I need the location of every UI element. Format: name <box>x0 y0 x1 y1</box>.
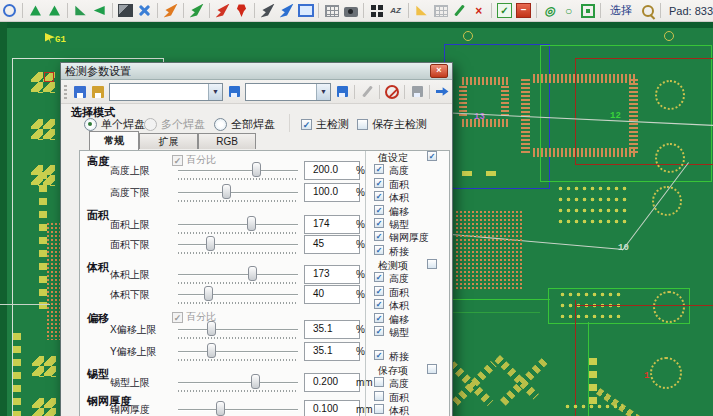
slider-track[interactable] <box>178 224 298 226</box>
slider-track[interactable] <box>178 244 298 246</box>
check-item-体积[interactable]: ✓体积 <box>366 191 451 204</box>
cone-icon[interactable] <box>91 2 108 19</box>
check-item-高度[interactable]: 高度 <box>366 377 451 390</box>
apply-icon[interactable]: ✓ <box>496 2 513 19</box>
slider-thumb[interactable] <box>252 162 261 177</box>
value-input[interactable]: 173 <box>304 265 360 284</box>
slider-track[interactable] <box>178 329 298 331</box>
slider-thumb[interactable] <box>247 216 256 231</box>
section-checkbox[interactable] <box>427 364 437 374</box>
value-input[interactable]: 45 <box>304 235 360 254</box>
check-item-钢网厚度[interactable]: ✓钢网厚度 <box>366 231 451 244</box>
value-input[interactable]: 100.0 <box>304 183 360 202</box>
cancel-icon[interactable] <box>383 84 401 100</box>
magnifier-icon[interactable] <box>639 2 656 19</box>
check-item-体积[interactable]: ✓体积 <box>366 299 451 312</box>
value-input[interactable]: 200.0 <box>304 161 360 180</box>
slider-thumb[interactable] <box>204 286 213 301</box>
select-mode-label[interactable]: 选择 <box>610 3 632 18</box>
tab-常规[interactable]: 常规 <box>89 131 139 150</box>
check-item-体积[interactable]: 体积 <box>366 404 451 416</box>
value-input[interactable]: 0.100 <box>304 400 360 416</box>
apply-template-icon[interactable] <box>333 84 351 100</box>
close-icon[interactable]: × <box>430 64 448 78</box>
template-combobox-1[interactable]: ▼ <box>109 83 223 101</box>
check-item-偏移[interactable]: ✓偏移 <box>366 205 451 218</box>
sort-az-icon[interactable]: AZ <box>387 2 404 19</box>
tools-icon[interactable] <box>136 2 153 19</box>
exit-icon[interactable] <box>433 84 451 100</box>
set-square-yellow-icon[interactable] <box>413 2 430 19</box>
slider-thumb[interactable] <box>216 401 225 416</box>
section-checkbox[interactable]: ✓ <box>427 151 437 161</box>
value-input[interactable]: 174 <box>304 215 360 234</box>
slider-thumb[interactable] <box>207 321 216 336</box>
pin-blue-icon[interactable] <box>278 2 295 19</box>
delete-icon[interactable]: × <box>470 2 487 19</box>
slider-thumb[interactable] <box>207 343 216 358</box>
slider-track[interactable] <box>178 170 298 172</box>
region-select-icon[interactable] <box>297 2 314 19</box>
prism-b-icon[interactable] <box>46 2 63 19</box>
check-保存主检测[interactable]: 保存主检测 <box>357 117 427 132</box>
radio-全部焊盘[interactable]: 全部焊盘 <box>214 117 275 132</box>
edit-chart-icon[interactable] <box>451 2 468 19</box>
value-input[interactable]: 35.1 <box>304 342 360 361</box>
check-item-面积[interactable]: ✓面积 <box>366 178 451 191</box>
slider-track[interactable] <box>178 351 298 353</box>
value-input[interactable]: 0.200 <box>304 373 360 392</box>
chevron-down-icon[interactable]: ▼ <box>208 84 222 100</box>
section-checkbox[interactable] <box>427 259 437 269</box>
check-item-桥接[interactable]: ✓桥接 <box>366 245 451 258</box>
slider-thumb[interactable] <box>222 184 231 199</box>
arc-icon[interactable] <box>1 2 18 19</box>
slider-track[interactable] <box>178 192 298 194</box>
circle-icon[interactable]: ○ <box>560 2 577 19</box>
slider-track[interactable] <box>178 274 298 276</box>
prism-a-icon[interactable] <box>27 2 44 19</box>
pin-red-icon[interactable] <box>214 2 231 19</box>
toolbar-grip[interactable] <box>64 85 67 99</box>
check-item-偏移[interactable]: ✓偏移 <box>366 313 451 326</box>
check-item-锡型[interactable]: ✓锡型 <box>366 218 451 231</box>
tiles-icon[interactable] <box>368 2 385 19</box>
save-as-icon[interactable] <box>89 84 107 100</box>
pin-orange-icon[interactable] <box>162 2 179 19</box>
radio-单个焊盘[interactable]: 单个焊盘 <box>84 117 145 132</box>
value-input[interactable]: 40 <box>304 285 360 304</box>
check-item-桥接[interactable]: ✓桥接 <box>366 350 451 363</box>
check-item-锡型[interactable]: ✓锡型 <box>366 326 451 339</box>
set-square-green-icon[interactable] <box>72 2 89 19</box>
load-template-icon[interactable] <box>225 84 243 100</box>
camera-icon[interactable] <box>342 2 359 19</box>
grid-frame-icon[interactable] <box>323 2 340 19</box>
unit-label: % <box>356 269 365 280</box>
template-combobox-2[interactable]: ▼ <box>245 83 331 101</box>
check-主检测[interactable]: ✓主检测 <box>301 117 349 132</box>
pin-green-icon[interactable] <box>188 2 205 19</box>
check-item-高度[interactable]: ✓高度 <box>366 164 451 177</box>
check-item-面积[interactable]: ✓面积 <box>366 286 451 299</box>
pin-dark-icon[interactable] <box>259 2 276 19</box>
slider-track[interactable] <box>178 294 298 296</box>
save-gray-icon[interactable] <box>408 84 426 100</box>
remove-icon[interactable]: – <box>515 2 532 19</box>
tab-扩展[interactable]: 扩展 <box>139 133 198 149</box>
value-input[interactable]: 35.1 <box>304 320 360 339</box>
image-icon[interactable] <box>117 2 134 19</box>
location-pin-icon[interactable] <box>233 2 250 19</box>
slider-track[interactable] <box>178 409 298 411</box>
slider-thumb[interactable] <box>206 236 215 251</box>
slider-thumb[interactable] <box>248 266 257 281</box>
grid-icon[interactable] <box>432 2 449 19</box>
chevron-down-icon[interactable]: ▼ <box>316 84 330 100</box>
frame-icon[interactable] <box>579 2 596 19</box>
target-icon[interactable]: ◎ <box>541 2 558 19</box>
save-template-icon[interactable] <box>71 84 89 100</box>
check-item-面积[interactable]: 面积 <box>366 391 451 404</box>
slider-track[interactable] <box>178 382 298 384</box>
check-item-高度[interactable]: ✓高度 <box>366 272 451 285</box>
slider-thumb[interactable] <box>251 374 260 389</box>
dialog-titlebar[interactable]: 检测参数设置 × <box>61 63 452 80</box>
tab-RGB[interactable]: RGB <box>198 133 256 149</box>
